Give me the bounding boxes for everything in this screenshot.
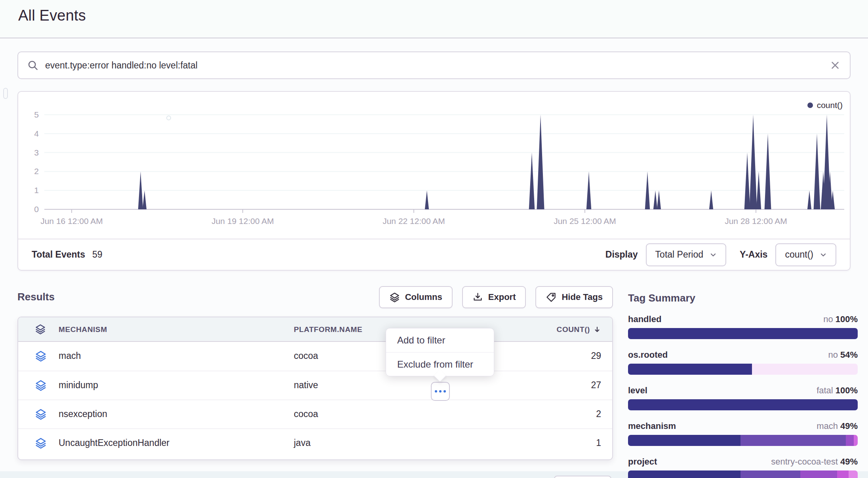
cell-platform-name[interactable]: cocoa <box>294 400 318 428</box>
y-axis-tick-label: 2 <box>22 166 39 176</box>
chart-legend[interactable]: count() <box>807 101 843 110</box>
events-chart-panel: count() 543210 Jun 16 12:00 AMJun 19 12:… <box>17 91 851 271</box>
chevron-down-icon <box>820 251 827 258</box>
cell-mechanism[interactable]: mach <box>59 342 81 370</box>
total-events-label: Total Events <box>32 249 85 260</box>
chart-footer: Total Events 59 Display Total Period Y-A… <box>18 239 850 270</box>
tag-bar-segment <box>849 470 858 478</box>
tag-distribution-bar[interactable] <box>628 435 858 446</box>
tag-name: os.rooted <box>628 350 668 360</box>
stack-icon <box>35 350 47 362</box>
tag-summary-item: level fatal100% <box>628 385 858 410</box>
y-axis-tick-label: 4 <box>22 129 39 139</box>
tag-bar-segment <box>854 435 858 446</box>
legend-series-dot-icon <box>807 102 813 108</box>
page-header: All Events <box>0 0 868 38</box>
cell-platform-name[interactable]: native <box>294 371 318 399</box>
y-axis-tick-label: 1 <box>22 185 39 195</box>
search-bar[interactable] <box>17 51 851 79</box>
menu-item-add-to-filter[interactable]: Add to filter <box>386 328 494 352</box>
tag-top-value: sentry-cocoa-test49% <box>771 457 858 467</box>
tag-distribution-bar[interactable] <box>628 399 858 410</box>
total-events-value: 59 <box>92 249 103 260</box>
cell-platform-name[interactable]: cocoa <box>294 342 318 370</box>
tag-summary-title: Tag Summary <box>628 292 858 304</box>
search-input[interactable] <box>45 60 823 71</box>
tag-bar-segment <box>752 364 858 375</box>
tag-bar-segment <box>740 470 800 478</box>
table-row[interactable]: UncaughtExceptionHandler java 1 <box>18 429 612 457</box>
x-axis-tick-label: Jun 25 12:00 AM <box>541 216 628 226</box>
y-axis-tick-label: 5 <box>22 110 39 120</box>
tag-summary-item: project sentry-cocoa-test49% <box>628 457 858 478</box>
export-button[interactable]: Export <box>462 286 526 308</box>
column-header-platform-name[interactable]: PLATFORM.NAME <box>294 325 362 334</box>
column-header-count[interactable]: COUNT() <box>557 325 601 334</box>
tag-bar-segment <box>628 364 752 375</box>
y-axis-label: Y-Axis <box>740 249 767 260</box>
chevron-down-icon <box>710 251 717 258</box>
tag-bar-segment <box>740 435 846 446</box>
button-label: Export <box>488 292 516 302</box>
button-label: Hide Tags <box>562 292 603 302</box>
hide-tags-button[interactable]: Hide Tags <box>535 286 613 308</box>
table-row[interactable]: nsexception cocoa 2 <box>18 400 612 429</box>
tag-bar-segment <box>800 470 837 478</box>
tag-name: level <box>628 385 647 396</box>
x-axis-tick-label: Jun 19 12:00 AM <box>199 216 286 226</box>
tag-distribution-bar[interactable] <box>628 470 858 478</box>
events-histogram-chart[interactable] <box>44 115 844 214</box>
tag-summary-item: handled no100% <box>628 314 858 339</box>
results-table: MECHANISM PLATFORM.NAME COUNT() mach coc… <box>17 317 613 460</box>
cell-mechanism[interactable]: nsexception <box>59 400 107 428</box>
tag-distribution-bar[interactable] <box>628 328 858 339</box>
legend-series-label: count() <box>817 101 843 110</box>
column-header-mechanism[interactable]: MECHANISM <box>59 325 107 334</box>
display-select[interactable]: Total Period <box>646 243 726 266</box>
tag-name: handled <box>628 314 661 324</box>
tag-name: mechanism <box>628 421 676 431</box>
tag-name: project <box>628 457 657 467</box>
results-toolbar: ColumnsExportHide Tags <box>17 286 613 308</box>
cell-mechanism[interactable]: minidump <box>59 371 98 399</box>
x-axis-tick-label: Jun 22 12:00 AM <box>370 216 457 226</box>
y-axis-tick-label: 0 <box>22 204 39 214</box>
table-body: mach cocoa 29 minidump native 27 nsexcep… <box>18 342 612 457</box>
tag-top-value: mach49% <box>817 421 858 431</box>
tag-distribution-bar[interactable] <box>628 364 858 375</box>
y-axis-select[interactable]: count() <box>775 243 836 266</box>
cell-count: 2 <box>596 400 601 428</box>
button-label: Columns <box>405 292 442 302</box>
stack-icon <box>389 292 400 303</box>
tag-summary-panel: Tag Summary handled no100% os.rooted no5… <box>628 292 858 478</box>
cell-count: 1 <box>596 429 601 457</box>
stack-icon <box>35 408 47 420</box>
context-menu: Add to filter Exclude from filter <box>386 328 494 376</box>
y-axis-tick-label: 3 <box>22 148 39 158</box>
search-icon <box>27 59 39 71</box>
page-title: All Events <box>18 7 86 24</box>
download-icon <box>472 292 483 303</box>
all-events-page: All Events count() 543210 Jun 16 12:00 A… <box>0 0 868 478</box>
table-header-row: MECHANISM PLATFORM.NAME COUNT() <box>18 317 612 342</box>
clear-search-icon[interactable] <box>829 59 841 71</box>
cell-actions-button[interactable] <box>431 382 450 401</box>
tag-top-value: fatal100% <box>817 385 858 396</box>
columns-button[interactable]: Columns <box>379 286 453 308</box>
tag-icon <box>546 292 556 303</box>
pagination-peek[interactable] <box>554 476 611 478</box>
stack-icon <box>35 437 47 449</box>
stack-icon <box>35 379 47 391</box>
cell-mechanism[interactable]: UncaughtExceptionHandler <box>59 429 169 457</box>
cell-platform-name[interactable]: java <box>294 429 310 457</box>
panel-drag-handle[interactable] <box>3 88 8 99</box>
sort-desc-arrow-icon <box>593 326 601 334</box>
tag-top-value: no100% <box>823 314 858 324</box>
table-row[interactable]: mach cocoa 29 <box>18 342 612 371</box>
tag-top-value: no54% <box>828 350 858 360</box>
table-row[interactable]: minidump native 27 <box>18 371 612 400</box>
cell-count: 29 <box>591 342 601 370</box>
tag-bar-segment <box>628 470 740 478</box>
cell-count: 27 <box>591 371 601 399</box>
tag-bar-segment <box>628 399 858 410</box>
